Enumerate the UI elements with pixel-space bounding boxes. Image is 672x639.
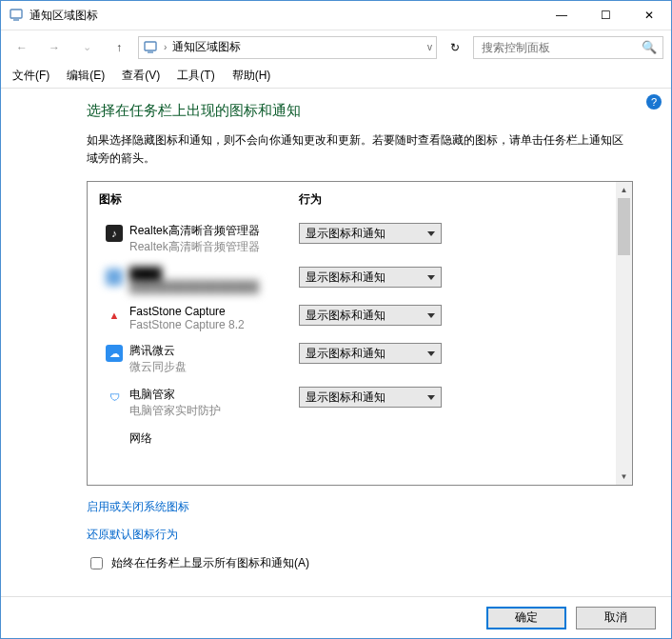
- address-bar[interactable]: › 通知区域图标 v: [138, 36, 437, 59]
- list-item: ☁腾讯微云微云同步盘显示图标和通知: [88, 337, 616, 381]
- refresh-button[interactable]: ↻: [443, 36, 467, 59]
- item-name: ████: [129, 267, 291, 280]
- breadcrumb-chevron-icon: ›: [164, 42, 167, 52]
- page-heading: 选择在任务栏上出现的图标和通知: [87, 102, 633, 120]
- menubar: 文件(F) 编辑(E) 查看(V) 工具(T) 帮助(H): [1, 64, 671, 89]
- item-name: 腾讯微云: [129, 343, 291, 359]
- address-dropdown-icon[interactable]: v: [427, 42, 432, 52]
- close-button[interactable]: ✕: [627, 1, 671, 30]
- svg-rect-2: [145, 42, 156, 50]
- behavior-dropdown[interactable]: 显示图标和通知: [299, 223, 442, 244]
- item-sub: 电脑管家实时防护: [129, 403, 291, 419]
- list-item: ▲FastStone CaptureFastStone Capture 8.2显…: [88, 299, 616, 337]
- scroll-down-icon[interactable]: ▼: [616, 469, 632, 485]
- app-icon: [106, 269, 123, 286]
- icon-list: 图标 行为 ♪Realtek高清晰音频管理器Realtek高清晰音频管理器显示图…: [87, 181, 633, 486]
- menu-file[interactable]: 文件(F): [5, 65, 57, 87]
- link-restore-defaults[interactable]: 还原默认图标行为: [87, 527, 633, 543]
- menu-edit[interactable]: 编辑(E): [59, 65, 112, 87]
- app-icon: ☁: [106, 345, 123, 362]
- cancel-button[interactable]: 取消: [576, 607, 656, 629]
- item-name: 电脑管家: [129, 387, 291, 403]
- partial-row-name: 网络: [129, 430, 291, 447]
- scroll-thumb[interactable]: [618, 198, 630, 255]
- app-icon: 🛡: [106, 389, 123, 406]
- item-sub: ████████████████: [129, 280, 291, 293]
- behavior-dropdown[interactable]: 显示图标和通知: [299, 267, 442, 288]
- back-button[interactable]: ←: [9, 34, 35, 61]
- list-item: ♪Realtek高清晰音频管理器Realtek高清晰音频管理器显示图标和通知: [88, 217, 616, 261]
- content: ? 选择在任务栏上出现的图标和通知 如果选择隐藏图标和通知，则不会向你通知更改和…: [1, 89, 671, 596]
- maximize-button[interactable]: ☐: [583, 1, 627, 30]
- search-icon: 🔍: [642, 40, 657, 54]
- always-show-label: 始终在任务栏上显示所有图标和通知(A): [111, 555, 309, 571]
- address-icon: [143, 40, 158, 55]
- scroll-up-icon[interactable]: ▲: [616, 182, 632, 198]
- page-description: 如果选择隐藏图标和通知，则不会向你通知更改和更新。若要随时查看隐藏的图标，请单击…: [87, 131, 633, 168]
- always-show-checkbox-row[interactable]: 始终在任务栏上显示所有图标和通知(A): [87, 554, 633, 572]
- menu-view[interactable]: 查看(V): [114, 65, 168, 87]
- minimize-button[interactable]: —: [540, 1, 583, 30]
- always-show-checkbox[interactable]: [90, 557, 103, 569]
- recent-dropdown[interactable]: ⌄: [73, 34, 100, 61]
- window: 通知区域图标 — ☐ ✕ ← → ⌄ ↑ › 通知区域图标 v ↻ 🔍 文件(F…: [0, 0, 672, 639]
- app-icon: [9, 8, 24, 23]
- search-box[interactable]: 🔍: [473, 36, 663, 59]
- footer: 确定 取消: [1, 596, 671, 638]
- item-sub: FastStone Capture 8.2: [129, 318, 291, 331]
- link-toggle-system-icons[interactable]: 启用或关闭系统图标: [87, 499, 633, 515]
- search-input[interactable]: [480, 40, 642, 55]
- scrollbar[interactable]: ▲ ▼: [616, 182, 632, 485]
- app-icon: ▲: [106, 307, 123, 324]
- item-sub: Realtek高清晰音频管理器: [129, 239, 291, 255]
- forward-button[interactable]: →: [41, 34, 68, 61]
- menu-tools[interactable]: 工具(T): [169, 65, 222, 87]
- help-icon[interactable]: ?: [646, 94, 662, 110]
- ok-button[interactable]: 确定: [486, 607, 566, 629]
- app-icon: ♪: [106, 225, 123, 242]
- up-button[interactable]: ↑: [106, 34, 132, 61]
- behavior-dropdown[interactable]: 显示图标和通知: [299, 305, 442, 326]
- item-sub: 微云同步盘: [129, 359, 291, 375]
- list-item: 🛡电脑管家电脑管家实时防护显示图标和通知: [88, 381, 616, 425]
- col-header-icon: 图标: [99, 191, 299, 208]
- item-name: Realtek高清晰音频管理器: [129, 223, 291, 239]
- behavior-dropdown[interactable]: 显示图标和通知: [299, 343, 442, 364]
- menu-help[interactable]: 帮助(H): [225, 65, 279, 87]
- list-item: ████████████████████显示图标和通知: [88, 261, 616, 299]
- breadcrumb: 通知区域图标: [172, 39, 241, 55]
- svg-rect-0: [10, 10, 22, 18]
- item-name: FastStone Capture: [129, 305, 291, 318]
- navbar: ← → ⌄ ↑ › 通知区域图标 v ↻ 🔍: [1, 30, 671, 64]
- behavior-dropdown[interactable]: 显示图标和通知: [299, 387, 442, 408]
- col-header-behavior: 行为: [299, 191, 604, 208]
- titlebar: 通知区域图标 — ☐ ✕: [1, 1, 671, 30]
- window-title: 通知区域图标: [30, 8, 540, 24]
